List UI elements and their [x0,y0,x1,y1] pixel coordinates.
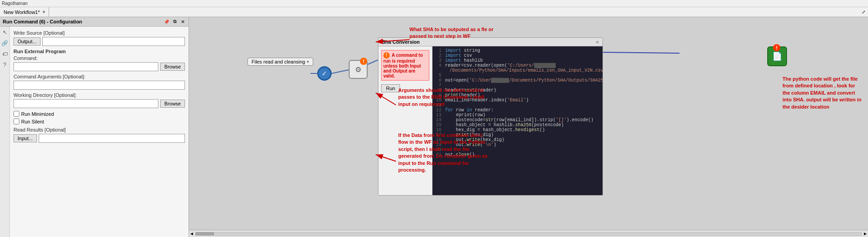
code-line-6: 6 out=open('C:/User████/Documents/Python… [434,78,601,83]
input-button[interactable]: Input... [13,134,37,142]
run-minimized-checkbox[interactable] [13,111,19,117]
float-btn[interactable]: ⧉ [171,18,178,25]
left-sidebar: ↖ 🔗 🏷 ? [0,27,10,237]
run-warning-badge: ! [360,58,367,65]
connector-node[interactable]: ✓ [317,66,332,81]
code-line-14: 14 postencode=str(row[email_ind]).strip(… [434,118,601,123]
panel-content: Write Source [Optional] Output... Run Ex… [10,27,189,237]
run-node-icon: ⚙ [355,65,361,74]
args-annotation: Arguments should run when control passes… [398,87,488,108]
sha-title-text: Sha Conversion [382,39,420,45]
link-icon[interactable]: 🔗 [1,39,9,47]
maximize-btn[interactable]: ⤢ [859,9,868,14]
run-silent-row: Run Silent [13,118,185,124]
code-line-13: 13 #print(row) [434,113,601,118]
document-icon: 📄 [772,51,782,61]
sha-output-annotation: What SHA to be outputed as a fle or pass… [409,26,499,40]
scroll-thumb[interactable] [196,232,214,235]
files-node-label: Files read and cleansing [252,59,305,64]
scroll-left-btn[interactable]: ◄ [189,231,194,236]
svg-line-3 [603,52,679,53]
read-results-label: Read Results [Optional] [13,127,185,132]
run-silent-label: Run Silent [21,119,44,124]
cursor-icon[interactable]: ↖ [1,28,9,36]
node-chevron-icon: ▾ [307,59,309,64]
files-node[interactable]: Files read and cleansing ▾ [247,58,313,66]
scroll-track[interactable] [195,232,862,236]
pin-btn[interactable]: 📌 [163,18,170,25]
write-source-label: Write Source [Optional] [13,30,185,36]
browse-button-2[interactable]: Browse [160,100,185,108]
horizontal-scrollbar[interactable]: ◄ ► [189,230,868,237]
code-line-1: 1 import string [434,48,601,53]
close-panel-btn[interactable]: ✕ [180,18,186,25]
command-row: Browse [13,62,185,71]
working-dir-label: Working Directory [Optional]: [13,92,185,98]
code-line-15: 15 hash_object = hashlib.sha256(postenco… [434,123,601,128]
workflow-canvas: Files read and cleansing ▾ ✓ ! ⚙ Sha Con… [189,17,868,237]
tab-close-btn[interactable]: × [43,9,45,14]
tag-icon[interactable]: 🏷 [1,50,9,58]
command-args-row [13,81,185,90]
browse-button-1[interactable]: Browse [160,63,185,71]
sha-close-btn[interactable]: ○ [596,39,599,45]
input-field[interactable] [39,134,185,143]
read-results-row: Input... [13,134,185,143]
command-label: Command: [13,55,185,61]
command-args-input[interactable] [13,81,185,90]
working-dir-row: Browse [13,99,185,108]
sha-warning-icon: ! [383,52,390,59]
sha-run-button[interactable]: Run [381,84,400,92]
code-line-12: 12 for row in reader: [434,108,601,113]
tab-new-workflow[interactable]: New Workflow1* × [0,7,49,17]
command-args-label: Command Arguments [Optional]: [13,74,185,79]
code-line-4: 4 reader=csv.reader(open('C:/Users/█████… [434,63,601,68]
code-line-4b: /Documents/Python/SHA/Inputs/emails_con_… [434,68,601,73]
config-panel: Run Command (6) - Configuration 📌 ⧉ ✕ ↖ … [0,17,189,237]
code-line-5: 5 [434,73,601,78]
sha-warning-box: ! A command to run is required unless bo… [381,50,429,81]
write-source-row: Output... [13,37,185,46]
svg-line-1 [332,70,349,73]
run-silent-checkbox[interactable] [13,118,19,124]
code-line-3: 3 import hashlib [434,58,601,63]
run-external-label: Run External Program [13,49,185,54]
checkmark-icon: ✓ [322,70,327,77]
output-input[interactable] [42,37,185,46]
code-line-2: 2 import csv [434,53,601,58]
run-minimized-label: Run Minimized [21,111,54,117]
scroll-right-btn[interactable]: ► [863,231,868,236]
user-label: Ragothaman [2,1,27,6]
tab-bar: New Workflow1* × ⤢ [0,7,868,17]
panel-titlebar: Run Command (6) - Configuration 📌 ⧉ ✕ [0,17,189,27]
svg-line-2 [368,60,378,64]
green-node-warning: ! [773,44,780,51]
panel-title: Run Command (6) - Configuration [3,19,82,24]
input-annotation: If the Data from first container don't f… [398,132,488,173]
help-icon[interactable]: ? [1,61,9,69]
python-annotation: The python code will get the file from d… [783,76,864,110]
working-dir-input[interactable] [13,99,158,108]
output-button[interactable]: Output... [13,37,40,46]
run-minimized-row: Run Minimized [13,111,185,117]
command-input[interactable] [13,62,158,71]
tab-label: New Workflow1* [4,9,40,15]
